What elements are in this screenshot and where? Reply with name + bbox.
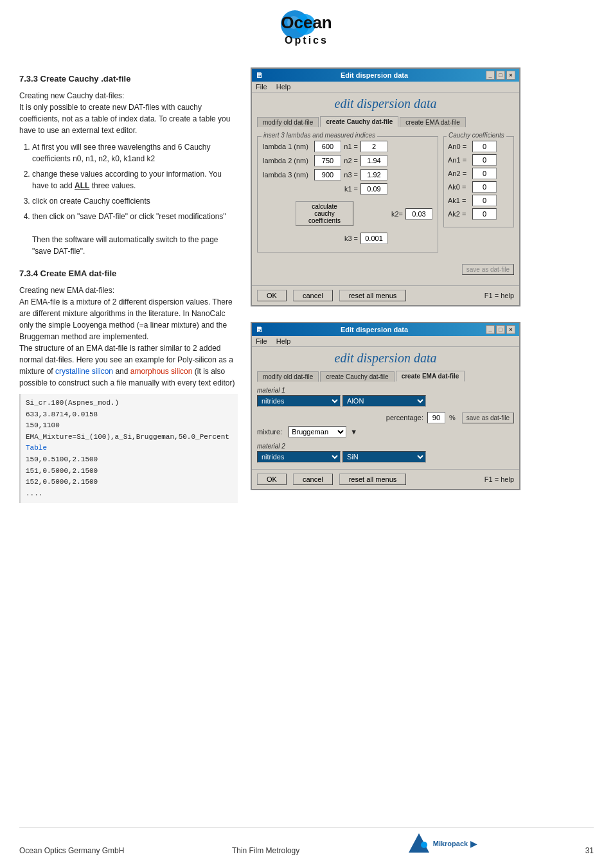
an0-input[interactable]	[472, 141, 497, 152]
cauchy-cancel-btn[interactable]: cancel	[293, 290, 333, 301]
cauchy-lambda1-row: lambda 1 (nm) n1 =	[263, 141, 432, 152]
ema-menubar: File Help	[252, 336, 519, 347]
cauchy-dialog-title: edit dispersion data	[252, 93, 519, 114]
n2-input[interactable]	[360, 155, 387, 166]
percentage-label: percentage:	[386, 414, 423, 421]
n3-input[interactable]	[360, 169, 387, 181]
ema-dialog-titlebar: 🖹 Edit dispersion data _ □ ×	[252, 323, 519, 336]
section-733-steps: At first you will see three wavelengths …	[32, 141, 238, 257]
k1-input[interactable]	[360, 183, 387, 195]
link-crystalline[interactable]: crystalline silicon	[55, 367, 113, 376]
mat1-select1[interactable]: nitrides	[257, 395, 341, 407]
an1-input[interactable]	[472, 154, 497, 166]
cauchy-menu-help[interactable]: Help	[276, 83, 291, 91]
mat1-select2[interactable]: AlON	[342, 395, 426, 407]
cauchy-tab-ema[interactable]: create EMA dat-file	[400, 117, 465, 127]
cauchy-group-left: insert 3 lambdas and measured indices la…	[257, 136, 438, 252]
mat2-select1[interactable]: nitrides	[257, 451, 341, 463]
section-734-heading: 7.3.4 Create EMA dat-file	[19, 269, 238, 278]
cauchy-tab-active[interactable]: create Cauchy dat-file	[320, 116, 398, 127]
an2-input[interactable]	[472, 168, 497, 179]
mat2-select2[interactable]: SiN	[342, 451, 426, 463]
cauchy-dialog-body: insert 3 lambdas and measured indices la…	[252, 127, 519, 285]
ema-help-text: F1 = help	[484, 475, 514, 483]
ema-save-btn[interactable]: save as dat-file	[462, 412, 514, 423]
footer-logo: Mikropack ▶	[407, 832, 477, 855]
ema-menu-file[interactable]: File	[256, 337, 267, 345]
ema-reset-btn[interactable]: reset all menus	[339, 474, 407, 485]
dialog-column: 🖹 Edit dispersion data _ □ × File Help e…	[251, 67, 594, 507]
page-number: 31	[585, 846, 594, 855]
link-amorphous[interactable]: amorphous silicon	[130, 367, 193, 376]
k3-input[interactable]	[360, 233, 387, 244]
cauchy-reset-btn[interactable]: reset all menus	[339, 290, 407, 301]
lambda2-input[interactable]	[314, 155, 341, 166]
ak0-input[interactable]	[472, 181, 497, 193]
ema-menu-help[interactable]: Help	[276, 337, 291, 345]
step-4: then click on "save DAT-file" or click "…	[32, 211, 238, 257]
cauchy-footer: OK cancel reset all menus F1 = help	[252, 285, 519, 305]
ak2-input[interactable]	[472, 208, 497, 220]
ak2-row: Ak2 =	[448, 208, 510, 220]
n2-label: n2 =	[341, 157, 360, 164]
ema-tab-active[interactable]: create EMA dat-file	[396, 371, 465, 382]
mixture-select[interactable]: Bruggeman	[289, 426, 346, 438]
mixture-dropdown-icon: ▼	[350, 428, 357, 436]
cauchy-maximize-btn[interactable]: □	[496, 71, 505, 80]
ema-dialog-title: edit dispersion data	[252, 347, 519, 368]
k1-label: k1 =	[341, 185, 360, 193]
ema-tab-modify[interactable]: modify old dat-file	[257, 371, 319, 382]
cauchy-tab-modify[interactable]: modify old dat-file	[257, 117, 319, 127]
cauchy-k1-row: k1 =	[263, 183, 432, 195]
ak1-label: Ak1 =	[448, 197, 472, 204]
k2-label: k2=	[386, 210, 405, 218]
ema-minimize-btn[interactable]: _	[486, 325, 495, 334]
an0-label: An0 =	[448, 143, 472, 150]
ak1-input[interactable]	[472, 195, 497, 206]
cauchy-tabs: modify old dat-file create Cauchy dat-fi…	[252, 114, 519, 127]
footer-logo-arrow: ▶	[470, 838, 477, 849]
cauchy-menu-file[interactable]: File	[256, 83, 267, 91]
percentage-input[interactable]	[427, 412, 445, 423]
ema-tab-cauchy[interactable]: create Cauchy dat-file	[320, 371, 394, 382]
cauchy-lambda3-row: lambda 3 (nm) n3 =	[263, 169, 432, 181]
step-2: change these values according to your in…	[32, 168, 238, 191]
mixture-label: mixture:	[257, 428, 282, 436]
cauchy-save-btn[interactable]: save as dat-file	[462, 264, 514, 275]
footer-company: Ocean Optics Germany GmbH	[19, 846, 124, 855]
ema-footer: OK cancel reset all menus F1 = help	[252, 469, 519, 489]
mikropack-logo-icon	[407, 832, 431, 855]
cauchy-close-btn[interactable]: ×	[506, 71, 515, 80]
lambda1-input[interactable]	[314, 141, 341, 152]
cauchy-ok-btn[interactable]: OK	[257, 290, 287, 301]
ema-cancel-btn[interactable]: cancel	[293, 474, 333, 485]
cauchy-title-icon: 🖹	[256, 71, 263, 79]
cauchy-k3-row: k3 =	[263, 233, 432, 244]
cauchy-group-right: Cauchy coefficients An0 = An1 = An2 =	[443, 136, 514, 227]
calc-cauchy-btn[interactable]: calculate cauchycoefficients	[296, 201, 353, 226]
lambda3-label: lambda 3 (nm)	[263, 171, 314, 179]
lambda3-input[interactable]	[314, 169, 341, 181]
cauchy-calc-k2-row: calculate cauchycoefficients k2=	[263, 197, 432, 230]
header-logo: Ocean Optics	[0, 0, 613, 61]
lambda2-label: lambda 2 (nm)	[263, 157, 314, 164]
ema-maximize-btn[interactable]: □	[496, 325, 505, 334]
cauchy-help-text: F1 = help	[484, 292, 514, 299]
an2-row: An2 =	[448, 168, 510, 179]
code-block: Si_cr.100(Aspnes_mod.) 633,3.8714,0.0158…	[19, 394, 238, 503]
cauchy-lambda2-row: lambda 2 (nm) n2 =	[263, 155, 432, 166]
ema-dialog: 🖹 Edit dispersion data _ □ × File Help e…	[251, 322, 520, 490]
cauchy-minimize-btn[interactable]: _	[486, 71, 495, 80]
ema-ok-btn[interactable]: OK	[257, 474, 287, 485]
ak0-label: Ak0 =	[448, 183, 472, 191]
step-3: click on create Cauchy coefficients	[32, 195, 238, 207]
an1-label: An1 =	[448, 156, 472, 164]
text-column: 7.3.3 Create Cauchy .dat-file Creating n…	[19, 67, 238, 507]
an0-row: An0 =	[448, 141, 510, 152]
svg-point-6	[421, 842, 427, 848]
cauchy-group-right-label: Cauchy coefficients	[447, 132, 506, 139]
section-733-intro: Creating new Cauchy dat-files: It is onl…	[19, 90, 238, 136]
n1-input[interactable]	[360, 141, 387, 152]
ema-close-btn[interactable]: ×	[506, 325, 515, 334]
k2-input[interactable]	[405, 208, 432, 220]
